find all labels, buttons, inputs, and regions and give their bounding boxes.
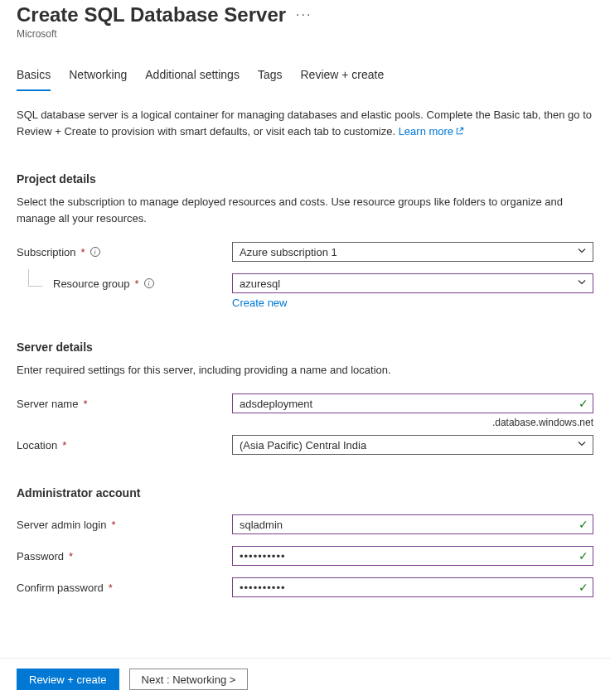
more-icon[interactable]: ···	[296, 7, 312, 22]
info-icon[interactable]: i	[90, 247, 100, 257]
external-link-icon	[455, 124, 464, 141]
server-name-label: Server name	[17, 398, 78, 410]
tab-bar: Basics Networking Additional settings Ta…	[17, 68, 593, 92]
required-asterisk: *	[111, 519, 115, 531]
tab-tags[interactable]: Tags	[258, 68, 283, 91]
tab-basics[interactable]: Basics	[17, 68, 51, 91]
create-new-rg-link[interactable]: Create new	[232, 297, 287, 309]
admin-login-label: Server admin login	[17, 519, 106, 531]
subscription-label: Subscription	[17, 246, 76, 258]
info-icon[interactable]: i	[144, 278, 154, 288]
resource-group-label: Resource group	[53, 278, 130, 290]
required-asterisk: *	[69, 550, 73, 562]
required-asterisk: *	[62, 439, 66, 451]
tab-networking[interactable]: Networking	[69, 68, 127, 91]
footer-bar: Review + create Next : Networking >	[0, 658, 610, 700]
location-select[interactable]: (Asia Pacific) Central India	[232, 435, 593, 455]
required-asterisk: *	[135, 278, 139, 290]
password-input[interactable]	[232, 546, 593, 566]
required-asterisk: *	[81, 246, 85, 258]
intro-text: SQL database server is a logical contain…	[17, 107, 593, 141]
location-label: Location	[17, 439, 57, 451]
tab-review-create[interactable]: Review + create	[300, 68, 384, 91]
project-details-sub: Select the subscription to manage deploy…	[17, 194, 593, 227]
required-asterisk: *	[83, 398, 87, 410]
admin-login-input[interactable]	[232, 514, 593, 534]
password-label: Password	[17, 550, 64, 562]
confirm-password-label: Confirm password	[17, 582, 104, 594]
server-name-input[interactable]	[232, 393, 593, 413]
review-create-button[interactable]: Review + create	[17, 669, 119, 690]
admin-account-heading: Administrator account	[17, 486, 593, 500]
learn-more-link[interactable]: Learn more	[399, 125, 464, 138]
resource-group-select[interactable]: azuresql	[232, 273, 593, 293]
subscription-select[interactable]: Azure subscription 1	[232, 242, 593, 262]
page-title: Create SQL Database Server	[17, 3, 286, 27]
project-details-heading: Project details	[17, 172, 593, 186]
page-subtitle: Microsoft	[17, 28, 593, 40]
required-asterisk: *	[109, 582, 113, 594]
server-name-suffix: .database.windows.net	[17, 417, 593, 428]
intro-body: SQL database server is a logical contain…	[17, 109, 592, 138]
server-details-sub: Enter required settings for this server,…	[17, 362, 593, 379]
tab-additional-settings[interactable]: Additional settings	[145, 68, 240, 91]
confirm-password-input[interactable]	[232, 577, 593, 597]
next-networking-button[interactable]: Next : Networking >	[129, 669, 249, 690]
server-details-heading: Server details	[17, 340, 593, 354]
